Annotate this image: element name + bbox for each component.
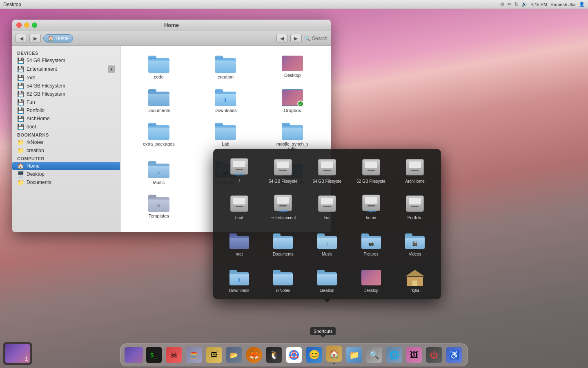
shortcut-item-entertainment[interactable]: 76.0% Entertainment xyxy=(264,192,303,220)
dock-item-network[interactable]: 🌐 xyxy=(385,346,403,364)
shortcut-item-boot[interactable]: boot xyxy=(220,192,259,220)
shortcut-label-pictures-folder: Pictures xyxy=(364,252,379,256)
dock-item-wallpaper[interactable]: 🖼 xyxy=(405,346,423,364)
location-label: Home xyxy=(56,36,69,41)
sidebar-item-boot[interactable]: 💾 boot xyxy=(12,123,120,131)
home-location-pill[interactable]: 🏠 Home xyxy=(43,34,73,43)
dock-item-xkill[interactable]: ☠ xyxy=(165,346,183,364)
dock-item-power[interactable]: ⏻ xyxy=(425,346,443,364)
drive-icon-9: 💾 xyxy=(17,123,24,130)
sidebar-item-rknotes[interactable]: 📁 rkNotes xyxy=(12,138,120,146)
file-item-creation[interactable]: creation xyxy=(194,52,258,83)
back-button[interactable]: ◀ xyxy=(16,34,27,43)
shortcut-label-boot: boot xyxy=(235,215,243,220)
file-item-documents[interactable]: Documents xyxy=(127,86,191,116)
shortcut-item-music-folder[interactable]: ♪ Music xyxy=(307,228,347,256)
sidebar-item-documents[interactable]: 📁 Documents xyxy=(12,178,120,186)
xkill-icon: ☠ xyxy=(166,347,182,363)
sidebar-item-portfolio[interactable]: 💾 Portfolio xyxy=(12,106,120,114)
sidebar-item-creation[interactable]: 📁 creation xyxy=(12,146,120,155)
sidebar-label: creation xyxy=(27,148,44,153)
dock-item-tux[interactable]: 🐧 xyxy=(265,346,283,364)
dock-item-image-viewer[interactable]: 🖼 xyxy=(205,346,223,364)
close-button[interactable] xyxy=(16,22,22,28)
dock-item-folder[interactable]: 📁 xyxy=(345,346,363,364)
file-name-desktop: Desktop xyxy=(284,73,301,78)
folder-icon-lab xyxy=(215,123,236,140)
location-bar: 🏠 Home xyxy=(43,34,274,43)
dock-item-firefox[interactable]: 🦊 xyxy=(245,346,263,364)
shortcut-item-desktop-folder[interactable]: Desktop xyxy=(352,265,391,293)
shortcut-item-downloads-folder[interactable]: ⬇ Downloads xyxy=(220,265,259,293)
sidebar-item-54gb-1[interactable]: 💾 54 GB Filesystem xyxy=(12,56,120,65)
sidebar-item-desktop[interactable]: 🖥️ Desktop xyxy=(12,170,120,178)
workspace-switcher[interactable]: 1 xyxy=(3,342,32,365)
sidebar-item-62gb[interactable]: 💾 62 GB Filesystem xyxy=(12,90,120,98)
dock-item-spotlight[interactable]: 🔍 xyxy=(365,346,383,364)
creation-folder-icon xyxy=(316,265,338,287)
shortcut-item-54gb-1[interactable]: 54 GB Filesyste xyxy=(264,155,303,184)
toggle-sidebar-button[interactable]: ▶ xyxy=(29,34,41,43)
file-item-desktop[interactable]: Desktop xyxy=(261,52,324,83)
sidebar-item-home[interactable]: 🏠 Home xyxy=(12,162,120,170)
menubar-user: Ramesh Jha xyxy=(550,2,576,7)
nav-fwd-btn[interactable]: ▶ xyxy=(290,34,302,43)
downloads-folder-icon: ⬇ xyxy=(228,265,250,287)
sidebar-item-archhome[interactable]: 💾 ArchHome xyxy=(12,114,120,123)
shortcut-item-rkjha-home[interactable]: rkjha xyxy=(395,265,434,293)
shortcut-item-54gb-2[interactable]: 54 GB Filesyste xyxy=(307,155,347,184)
dock-item-home[interactable]: 🏠 xyxy=(325,346,343,364)
file-item-code[interactable]: code xyxy=(127,52,191,83)
file-item-extra-packages[interactable]: extra_packages xyxy=(127,119,191,155)
sidebar-item-root[interactable]: 💾 root xyxy=(12,74,120,82)
shortcuts-tooltip-text: Shortcuts xyxy=(314,329,332,334)
shortcut-item-root-folder[interactable]: root xyxy=(220,228,259,256)
shortcut-item-videos-folder[interactable]: 🎬 Videos xyxy=(395,228,434,256)
shortcut-label-rknotes-folder: rkNotes xyxy=(276,288,290,293)
shortcut-label-root-folder: root xyxy=(236,252,243,256)
downloads-arrow-icon: ⬇ xyxy=(223,97,228,103)
shortcut-item-documents-folder[interactable]: Documents xyxy=(264,228,303,256)
shortcut-item-rknotes-folder[interactable]: rkNotes xyxy=(264,265,303,293)
sidebar-item-entertainment[interactable]: 💾 Entertainment ▲ xyxy=(12,65,120,74)
dock-item-finder[interactable]: 😊 xyxy=(305,346,323,364)
file-item-templates[interactable]: ✕ Templates xyxy=(127,191,191,222)
shortcut-item-creation-folder[interactable]: creation xyxy=(307,265,347,293)
file-item-dropbox[interactable]: ✓ Dropbox xyxy=(261,86,324,116)
minimize-button[interactable] xyxy=(24,22,29,28)
nav-back-btn[interactable]: ◀ xyxy=(276,34,288,43)
sidebar-item-fun[interactable]: 💾 Fun xyxy=(12,98,120,106)
folder-icon-documents xyxy=(148,89,169,106)
shortcut-item-fun[interactable]: Fun xyxy=(307,192,347,220)
dock-item-accessibility[interactable]: ♿ xyxy=(445,346,463,364)
shortcut-label-creation-folder: creation xyxy=(320,288,334,293)
shortcut-label-entertainment: Entertainment xyxy=(270,215,296,220)
scroll-up-button[interactable]: ▲ xyxy=(108,65,115,73)
search-bar[interactable]: 🔍 Search xyxy=(304,36,327,41)
shortcut-item-portfolio[interactable]: Portfolio xyxy=(395,192,434,220)
shortcut-item-home-drive[interactable]: 74.2% home xyxy=(352,192,391,220)
file-item-music[interactable]: ♪ Music xyxy=(127,158,191,188)
sidebar-item-54gb-2[interactable]: 💾 54 GB Filesystem xyxy=(12,82,120,90)
dock-item-file-manager[interactable]: 📂 xyxy=(225,346,243,364)
folder-icon-mobile-synch xyxy=(282,123,303,140)
maximize-button[interactable] xyxy=(32,22,37,28)
shortcut-item-62gb[interactable]: 62 GB Filesyste xyxy=(352,155,391,184)
dropbox-check-icon: ✓ xyxy=(297,101,304,107)
shortcuts-tooltip: Shortcuts xyxy=(310,327,336,335)
54gb-1-drive-icon xyxy=(272,155,294,177)
shortcut-item-archhome[interactable]: ArchHome xyxy=(395,155,434,184)
boot-drive-icon xyxy=(228,192,250,214)
dock-item-terminal[interactable]: $_ xyxy=(145,346,163,364)
shortcut-label-videos-folder: Videos xyxy=(409,252,421,256)
file-item-downloads[interactable]: ⬇ Downloads xyxy=(194,86,258,116)
template-x-icon: ✕ xyxy=(156,202,161,209)
shortcut-item-root-drive[interactable]: 74.2% / xyxy=(220,155,259,184)
dock-item-chrome[interactable] xyxy=(285,346,303,364)
shortcut-item-pictures-folder[interactable]: 📷 Pictures xyxy=(352,228,391,256)
drive-icon-5: 💾 xyxy=(17,91,24,97)
sidebar-label: Fun xyxy=(27,99,35,105)
dock-item-calculator[interactable]: 🧮 xyxy=(185,346,203,364)
dock-item-workspace-preview[interactable] xyxy=(125,346,143,364)
sys-icon-2: ✉ xyxy=(508,2,511,7)
